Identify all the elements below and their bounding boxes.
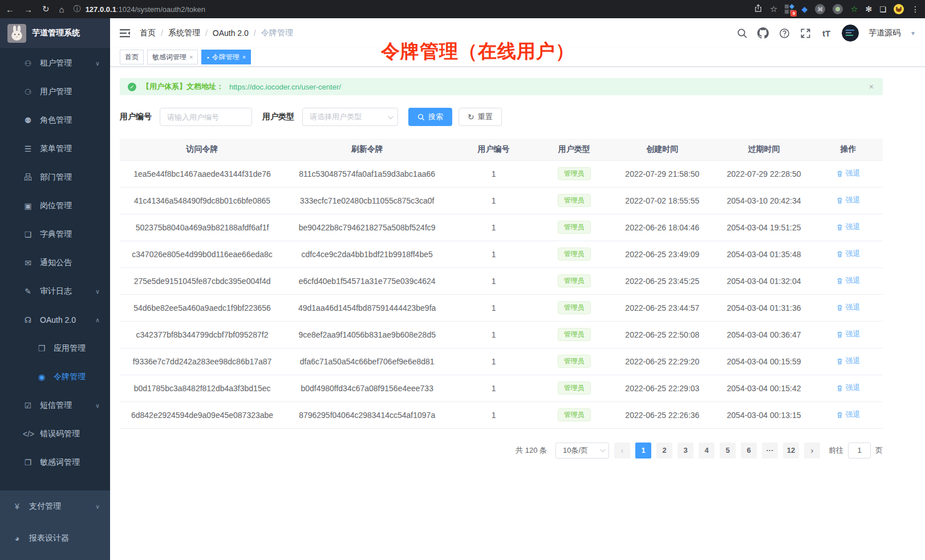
sidebar-item-dict[interactable]: ❏ 字典管理 [0, 220, 110, 249]
page-number-button[interactable]: ··· [762, 443, 778, 458]
page-number-button[interactable]: 4 [699, 443, 715, 458]
action-cell: 强退 [814, 187, 883, 214]
sidebar-item-sms[interactable]: ☑ 短信管理 ∨ [0, 391, 110, 420]
chevron-down-icon [600, 447, 606, 452]
prev-page-button[interactable]: ‹ [614, 443, 630, 458]
goto-page-input[interactable] [848, 443, 871, 458]
next-page-button[interactable]: › [804, 443, 820, 458]
trash-icon [836, 224, 843, 231]
access-token-cell: c342377bf8b344799dcbf7bf095287f2 [120, 321, 285, 348]
expire-time-cell: 2054-03-04 01:35:48 [714, 241, 814, 267]
revoke-button[interactable]: 强退 [836, 195, 860, 205]
side-panel-icon[interactable]: ❏ [879, 5, 886, 14]
user-avatar[interactable] [842, 25, 859, 42]
tab-close-icon[interactable]: × [189, 54, 193, 60]
user-name[interactable]: 芋道源码 [869, 28, 900, 38]
user-type-select[interactable]: 请选择用户类型 [302, 108, 398, 126]
revoke-button[interactable]: 强退 [836, 356, 860, 366]
reload-icon[interactable]: ↻ [42, 4, 50, 14]
alert-close-icon[interactable]: × [869, 82, 874, 91]
sidebar-item-report-designer[interactable]: ◕ 报表设计器 [0, 522, 110, 554]
bookmark-star-icon[interactable]: ☆ [770, 4, 777, 14]
breadcrumb-separator: / [254, 29, 256, 38]
collapse-sidebar-icon[interactable] [119, 27, 131, 39]
app-logo[interactable]: 芋道管理系统 [0, 18, 110, 48]
tab-home[interactable]: 首页 [120, 50, 144, 64]
sidebar-item-oauth2-token[interactable]: ◉ 令牌管理 [0, 363, 110, 391]
sidebar-item-menu[interactable]: ☰ 菜单管理 [0, 135, 110, 163]
system-submenu: ⚇ 租户管理 ∨ ⚆ 用户管理 ⚉ 角色管理 [0, 48, 110, 490]
tab-sensitive-word[interactable]: 敏感词管理 × [147, 50, 198, 64]
revoke-button[interactable]: 强退 [836, 383, 860, 393]
breadcrumb-item[interactable]: 系统管理 [168, 28, 200, 38]
page-number-button[interactable]: 5 [720, 443, 736, 458]
help-icon[interactable] [778, 27, 790, 39]
created-time-cell: 2022-06-26 18:04:46 [611, 214, 715, 241]
sidebar-item-user[interactable]: ⚆ 用户管理 [0, 78, 110, 106]
user-type-tag: 管理员 [558, 355, 591, 367]
tab-token[interactable]: ● 令牌管理 × [201, 50, 251, 64]
page-number-button[interactable]: 3 [677, 443, 693, 458]
sidebar-item-audit-log[interactable]: ✎ 审计日志 ∨ [0, 277, 110, 306]
active-dot-icon: ● [206, 55, 209, 59]
sidebar-item-tenant[interactable]: ⚇ 租户管理 ∨ [0, 49, 110, 78]
sidebar-item-oauth2[interactable]: ☊ OAuth 2.0 ∧ [0, 306, 110, 334]
revoke-button[interactable]: 强退 [836, 168, 860, 178]
breadcrumb-item[interactable]: 首页 [140, 28, 156, 38]
page-number-button[interactable]: 1 [635, 443, 651, 458]
sidebar-item-oauth2-app[interactable]: ❒ 应用管理 [0, 334, 110, 363]
forward-icon[interactable]: → [24, 5, 33, 14]
sidebar-item-sensitive-word[interactable]: ❐ 敏感词管理 [0, 448, 110, 477]
site-info-icon[interactable]: ⓘ [74, 4, 81, 14]
fullscreen-icon[interactable] [800, 27, 811, 39]
revoke-button[interactable]: 强退 [836, 329, 860, 339]
command-extension-icon[interactable]: ⌘ [815, 4, 825, 14]
tab-label: 敏感词管理 [152, 52, 186, 62]
back-icon[interactable]: ← [6, 5, 14, 14]
headset-icon: ☊ [23, 315, 33, 324]
revoke-button[interactable]: 强退 [836, 275, 860, 286]
revoke-button[interactable]: 强退 [836, 249, 860, 259]
created-time-cell: 2022-06-25 23:49:09 [611, 241, 715, 267]
sidebar-item-error-code[interactable]: </> 错误码管理 [0, 420, 110, 448]
record-extension-icon[interactable] [833, 4, 843, 14]
breadcrumb-item[interactable]: OAuth 2.0 [213, 29, 249, 38]
caret-down-icon[interactable]: ▼ [910, 30, 916, 36]
search-button[interactable]: 搜索 [408, 108, 452, 126]
breadcrumb-item[interactable]: 令牌管理 [261, 28, 293, 38]
pinwheel-extension-icon[interactable]: ✻ [866, 5, 873, 14]
green-star-extension-icon[interactable]: ☆ [850, 4, 858, 14]
sidebar-item-pay[interactable]: ¥ 支付管理 ∨ [0, 490, 110, 522]
tab-close-icon[interactable]: × [242, 54, 246, 60]
revoke-button[interactable]: 强退 [836, 409, 860, 420]
page-size-select[interactable]: 10条/页 [555, 443, 609, 458]
revoke-button[interactable]: 强退 [836, 302, 860, 313]
profile-avatar-icon[interactable] [894, 4, 904, 14]
sidebar-item-dept[interactable]: 品 部门管理 [0, 163, 110, 192]
table-row: 502375b8040a469a9b82188afdf6af1f be90422… [120, 214, 883, 241]
doc-link[interactable]: https://doc.iocoder.cn/user-center/ [229, 83, 341, 91]
menu-item-label: 应用管理 [54, 343, 86, 354]
font-size-icon[interactable]: tT [821, 27, 832, 39]
revoke-button[interactable]: 强退 [836, 222, 860, 232]
reset-button[interactable]: ↻ 重置 [459, 108, 502, 126]
page-number-button[interactable]: 12 [783, 443, 799, 458]
breadcrumb: 首页 / 系统管理 / OAuth 2.0 / 令牌管理 [140, 28, 293, 38]
page-number-button[interactable]: 2 [656, 443, 672, 458]
created-time-cell: 2022-06-25 22:50:08 [611, 321, 715, 348]
sidebar-item-role[interactable]: ⚉ 角色管理 [0, 106, 110, 135]
menu-item-label: 字典管理 [40, 229, 72, 240]
address-bar[interactable]: ⓘ 127.0.0.1:1024/system/oauth2/token [74, 4, 754, 14]
sidebar-item-post[interactable]: ▣ 岗位管理 [0, 192, 110, 220]
search-icon[interactable] [736, 27, 748, 39]
browser-menu-icon[interactable]: ⋮ [911, 5, 919, 14]
page-number-button[interactable]: 6 [741, 443, 757, 458]
home-icon[interactable]: ⌂ [59, 5, 64, 14]
github-icon[interactable] [757, 27, 769, 39]
sidebar-item-notice[interactable]: ✉ 通知公告 [0, 249, 110, 277]
extensions-icon[interactable]: 9 [785, 5, 794, 14]
column-header: 用户编号 [449, 139, 538, 160]
share-icon[interactable] [754, 4, 762, 15]
user-id-input[interactable] [160, 108, 252, 126]
gem-extension-icon[interactable]: ◆ [801, 5, 808, 14]
